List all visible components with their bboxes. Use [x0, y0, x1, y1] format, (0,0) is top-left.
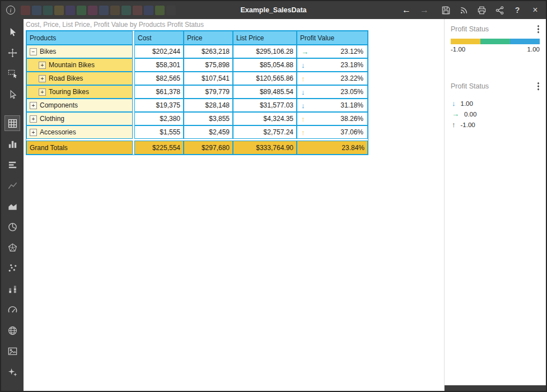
- legend-item[interactable]: →0.00: [452, 109, 539, 119]
- expander-toggle-icon[interactable]: +: [39, 62, 46, 69]
- row-header-bikes[interactable]: −Bikes: [26, 45, 133, 58]
- pivot-value-cell[interactable]: $202,244: [134, 45, 184, 58]
- stacked-bar-tool[interactable]: [5, 282, 20, 296]
- pivot-value-cell[interactable]: $75,898: [184, 58, 233, 72]
- line-chart-tool[interactable]: [5, 178, 20, 193]
- color-chip[interactable]: [21, 6, 30, 15]
- pivot-value-cell[interactable]: $4,324.35: [233, 112, 297, 125]
- print-button[interactable]: [476, 4, 487, 16]
- pivot-value-cell[interactable]: $31,577.03: [233, 99, 297, 112]
- pivot-value-cell[interactable]: $3,855: [184, 112, 233, 125]
- pivot-value-cell[interactable]: $89,485.54: [233, 85, 297, 99]
- pivot-value-cell[interactable]: $263,218: [184, 45, 233, 58]
- pivot-profit-cell[interactable]: ↑37.06%: [297, 125, 368, 139]
- expander-toggle-icon[interactable]: +: [39, 75, 46, 82]
- column-header-price[interactable]: Price: [184, 31, 233, 45]
- pivot-value-cell[interactable]: $28,148: [184, 99, 233, 112]
- arrow-legend-title: Profit Status: [451, 82, 489, 90]
- image-tool[interactable]: [5, 344, 20, 358]
- info-icon[interactable]: i: [6, 6, 15, 15]
- back-button[interactable]: ←: [401, 4, 412, 16]
- color-chip[interactable]: [77, 6, 86, 15]
- column-header-profit-value[interactable]: Profit Value: [297, 31, 368, 45]
- expander-toggle-icon[interactable]: +: [39, 88, 46, 96]
- pivot-profit-cell[interactable]: ↓31.18%: [297, 99, 368, 112]
- sparkle-tool[interactable]: [5, 365, 20, 379]
- share-button[interactable]: [494, 4, 505, 16]
- color-chip[interactable]: [155, 6, 165, 15]
- row-header-road-bikes[interactable]: +Road Bikes: [26, 72, 133, 85]
- bar-chart-tool[interactable]: [5, 137, 20, 151]
- expander-toggle-icon[interactable]: −: [30, 48, 37, 55]
- color-chip[interactable]: [121, 6, 131, 15]
- forward-button[interactable]: →: [419, 4, 430, 16]
- gauge-tool[interactable]: [5, 302, 20, 317]
- arrow-legend-options-button[interactable]: [537, 82, 540, 91]
- color-chip[interactable]: [166, 6, 176, 15]
- expander-toggle-icon[interactable]: +: [30, 129, 37, 136]
- pivot-profit-cell[interactable]: →23.12%: [297, 45, 368, 58]
- row-label-text: Touring Bikes: [49, 88, 89, 96]
- lasso-select-tool[interactable]: [5, 66, 20, 81]
- color-chip[interactable]: [133, 6, 142, 15]
- map-tool[interactable]: [5, 323, 20, 338]
- gradient-min-label: -1.00: [451, 46, 465, 53]
- save-button[interactable]: [440, 4, 451, 16]
- expander-toggle-icon[interactable]: +: [30, 115, 37, 123]
- pivot-value-cell[interactable]: $2,459: [184, 125, 233, 139]
- pivot-value-cell[interactable]: $107,541: [184, 72, 233, 85]
- column-header-cost[interactable]: Cost: [134, 31, 184, 45]
- pie-chart-tool[interactable]: [5, 220, 20, 234]
- row-header-mountain-bikes[interactable]: +Mountain Bikes: [26, 58, 133, 72]
- pivot-value-cell[interactable]: $295,106.28: [233, 45, 297, 58]
- pivot-profit-cell[interactable]: ↑38.26%: [297, 112, 368, 125]
- grid-item-tool[interactable]: [5, 116, 20, 130]
- pivot-value-cell[interactable]: $2,380: [134, 112, 184, 125]
- color-chip[interactable]: [43, 6, 53, 15]
- hbar-chart-tool[interactable]: [5, 157, 20, 172]
- close-button[interactable]: ×: [530, 4, 541, 16]
- pivot-profit-cell[interactable]: ↓23.18%: [297, 58, 368, 72]
- feed-button[interactable]: [458, 4, 469, 16]
- column-header-list-price[interactable]: List Price: [233, 31, 297, 45]
- scatter-chart-tool[interactable]: [5, 261, 20, 276]
- radar-chart-tool[interactable]: [5, 240, 20, 255]
- pivot-profit-cell[interactable]: ↓23.05%: [297, 85, 368, 99]
- area-chart-tool[interactable]: [5, 199, 20, 213]
- gradient-legend-options-button[interactable]: [537, 25, 540, 34]
- color-chip[interactable]: [66, 6, 75, 15]
- pivot-value-cell[interactable]: $85,054.88: [233, 58, 297, 72]
- row-header-clothing[interactable]: +Clothing: [26, 112, 133, 125]
- pivot-value-cell[interactable]: $1,555: [134, 125, 184, 139]
- lasso-select-icon: [7, 68, 18, 79]
- color-chip[interactable]: [88, 6, 97, 15]
- move-tool[interactable]: [5, 45, 20, 60]
- legend-item[interactable]: ↓1.00: [452, 98, 539, 109]
- color-chip[interactable]: [144, 6, 153, 15]
- pointer-tool[interactable]: [5, 25, 20, 39]
- expander-toggle-icon[interactable]: +: [30, 102, 37, 109]
- legend-item[interactable]: ↑-1.00: [452, 119, 539, 130]
- bar-chart-icon: [7, 139, 18, 150]
- help-button[interactable]: ?: [512, 4, 523, 16]
- pivot-value-cell[interactable]: $58,301: [134, 58, 184, 72]
- pivot-value-cell[interactable]: $61,378: [134, 85, 184, 99]
- pivot-value-cell[interactable]: $82,565: [134, 72, 184, 85]
- row-header-components[interactable]: +Components: [26, 99, 133, 112]
- column-header-products[interactable]: Products: [26, 31, 133, 45]
- pivot-value-cell[interactable]: $2,757.24: [233, 125, 297, 139]
- pivot-profit-cell[interactable]: ↑23.22%: [297, 72, 368, 85]
- row-header-accessories[interactable]: +Accessories: [26, 125, 133, 139]
- row-header-touring-bikes[interactable]: +Touring Bikes: [26, 85, 133, 99]
- color-chip[interactable]: [110, 6, 120, 15]
- app-window: i Example_SalesData ← → ? ×: [0, 0, 547, 392]
- color-chip[interactable]: [54, 6, 64, 15]
- select-tool[interactable]: [5, 87, 20, 101]
- legend-label: 0.00: [464, 111, 476, 118]
- pie-chart-icon: [7, 222, 18, 232]
- pivot-value-cell[interactable]: $19,375: [134, 99, 184, 112]
- color-chip[interactable]: [99, 6, 109, 15]
- pivot-value-cell[interactable]: $79,779: [184, 85, 233, 99]
- pivot-value-cell[interactable]: $120,565.86: [233, 72, 297, 85]
- color-chip[interactable]: [32, 6, 41, 15]
